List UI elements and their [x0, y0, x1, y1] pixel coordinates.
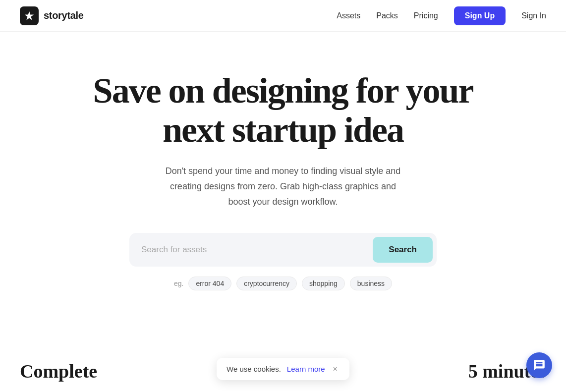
cookie-learn-more[interactable]: Learn more: [287, 365, 325, 373]
signup-button[interactable]: Sign Up: [454, 6, 506, 25]
hero-subtitle: Don't spend your time and money to findi…: [164, 164, 402, 209]
complete-label: Complete: [20, 360, 97, 382]
logo-icon: [20, 6, 39, 25]
signin-button[interactable]: Sign In: [521, 11, 546, 20]
hero-section: Save on designing for your next startup …: [0, 32, 566, 320]
tag-cryptocurrency[interactable]: cryptocurrency: [236, 277, 297, 290]
tag-shopping[interactable]: shopping: [302, 277, 345, 290]
nav-packs[interactable]: Packs: [376, 11, 398, 20]
search-box: Search: [129, 233, 437, 267]
hero-title: Save on designing for your next startup …: [93, 71, 473, 150]
logo-text: storytale: [44, 10, 84, 21]
chat-button[interactable]: [526, 352, 552, 378]
tag-business[interactable]: business: [350, 277, 392, 290]
navbar: storytale Assets Packs Pricing Sign Up S…: [0, 0, 566, 32]
nav-assets[interactable]: Assets: [337, 11, 360, 20]
tag-error404[interactable]: error 404: [188, 277, 231, 290]
cookie-banner: We use cookies. Learn more ×: [217, 358, 349, 380]
star-icon: [24, 10, 35, 21]
cookie-close-button[interactable]: ×: [331, 365, 340, 373]
search-tags: eg. error 404 cryptocurrency shopping bu…: [174, 277, 392, 290]
chat-icon: [533, 359, 546, 372]
search-container: Search: [129, 233, 437, 267]
search-input[interactable]: [129, 234, 369, 266]
search-button[interactable]: Search: [373, 237, 433, 263]
nav-links: Assets Packs Pricing Sign Up Sign In: [337, 6, 546, 25]
cookie-message: We use cookies.: [226, 365, 281, 373]
tags-eg-label: eg.: [174, 280, 183, 287]
logo[interactable]: storytale: [20, 6, 84, 25]
nav-pricing[interactable]: Pricing: [414, 11, 438, 20]
